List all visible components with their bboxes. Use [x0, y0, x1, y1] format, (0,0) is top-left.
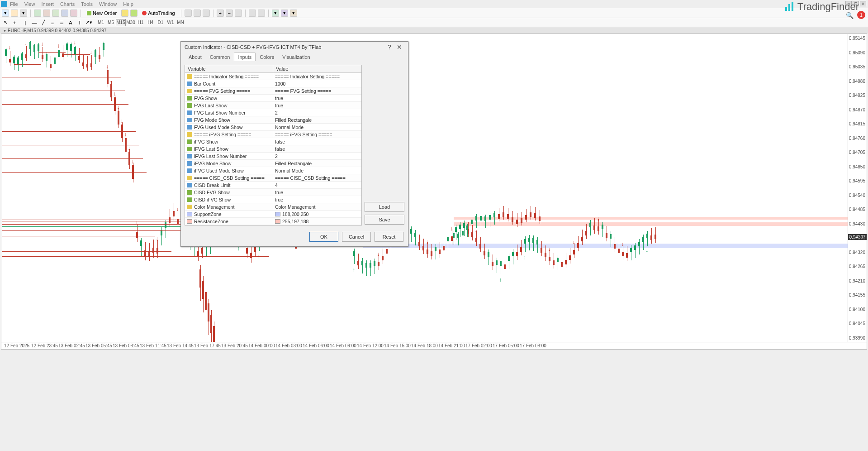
- tb-market-watch-icon[interactable]: [34, 10, 41, 17]
- tf-m5[interactable]: M5: [106, 19, 116, 26]
- chart-plot[interactable]: ↓↓↓↓↓↓↓↓↓↓↓↓↓↓↓↓↓↓↓↑↑↓↑↓↓↓↓↓↑↑↓↓↓↓↑: [1, 34, 848, 342]
- param-row[interactable]: ===== FVG Setting ========== FVG Setting…: [185, 87, 361, 95]
- y-tick: 0.94540: [849, 193, 865, 198]
- tb-data-window-icon[interactable]: [43, 10, 50, 17]
- dialog-title-text: Custom Indicator - CISD-CSD + FVG-iFVG I…: [185, 44, 321, 50]
- param-row[interactable]: ===== iFVG Setting ========== iFVG Setti…: [185, 131, 361, 138]
- save-button[interactable]: Save: [365, 215, 404, 225]
- param-row[interactable]: SupportZone188,200,250: [185, 211, 361, 218]
- fibo-icon[interactable]: ≣: [58, 19, 65, 26]
- autotrading-button[interactable]: AutoTrading: [139, 10, 178, 17]
- tf-m30[interactable]: M30: [126, 19, 136, 26]
- search-icon[interactable]: 🔍: [846, 12, 854, 19]
- menu-window[interactable]: Window: [99, 1, 117, 7]
- menu-charts[interactable]: Charts: [60, 1, 75, 7]
- x-axis: 12 Feb 202512 Feb 23:4513 Feb 02:4513 Fe…: [1, 342, 867, 350]
- param-type-icon: [187, 110, 192, 115]
- tab-common[interactable]: Common: [206, 53, 234, 61]
- param-row[interactable]: FVG Mode ShowFilled Rectangale: [185, 116, 361, 124]
- tf-d1[interactable]: D1: [156, 19, 166, 26]
- tf-mn[interactable]: MN: [175, 19, 185, 26]
- param-row[interactable]: CISD Break Limit4: [185, 182, 361, 189]
- menu-tools[interactable]: Tools: [81, 1, 93, 7]
- tab-visualization[interactable]: Visualization: [278, 53, 314, 61]
- tb-indicators-dd-icon[interactable]: ▾: [272, 10, 279, 17]
- tb-periods-dd-icon[interactable]: ▾: [281, 10, 288, 17]
- tf-h1[interactable]: H1: [136, 19, 146, 26]
- param-row[interactable]: Color ManagementColor Management: [185, 203, 361, 211]
- chart-area[interactable]: ↓↓↓↓↓↓↓↓↓↓↓↓↓↓↓↓↓↓↓↑↑↓↑↓↓↓↓↓↑↑↓↓↓↓↑ 0.94…: [1, 34, 867, 342]
- param-row[interactable]: Bar Count1000: [185, 80, 361, 87]
- tb-profiles-icon[interactable]: ▾: [20, 10, 27, 17]
- text-icon[interactable]: A: [67, 19, 74, 26]
- chart-dropdown-icon[interactable]: ▾: [4, 28, 6, 33]
- param-row[interactable]: CISD iFVG Showtrue: [185, 196, 361, 203]
- dialog-close-button[interactable]: ✕: [394, 43, 404, 52]
- param-row[interactable]: FVG Last Show Number2: [185, 109, 361, 116]
- hline-icon[interactable]: —: [31, 19, 38, 26]
- param-row[interactable]: iFVG Showfalse: [185, 138, 361, 145]
- tb-templates-dd-icon[interactable]: ▾: [290, 10, 297, 17]
- tf-w1[interactable]: W1: [166, 19, 175, 26]
- param-name: ===== FVG Setting =====: [194, 88, 250, 94]
- tb-terminal-icon[interactable]: [61, 10, 68, 17]
- tb-meta-icon[interactable]: [121, 10, 128, 17]
- tf-m15[interactable]: M15: [116, 19, 126, 26]
- param-value: Normal Mode: [275, 168, 304, 173]
- arrow-down-icon: ↓: [572, 239, 575, 245]
- crosshair-icon[interactable]: +: [11, 19, 18, 26]
- tf-m1[interactable]: M1: [96, 19, 106, 26]
- tb-autoscroll-icon[interactable]: [258, 10, 265, 17]
- param-row[interactable]: FVG Used Mode ShowNormal Mode: [185, 124, 361, 131]
- arrows-icon[interactable]: ↗▾: [85, 19, 92, 26]
- tb-signal-icon[interactable]: [130, 10, 138, 17]
- tb-bar-chart-icon[interactable]: [185, 10, 192, 17]
- arrow-down-icon: ↓: [8, 44, 11, 51]
- tab-inputs[interactable]: Inputs: [234, 53, 256, 61]
- param-row[interactable]: ===== Indicator Setting ========== Indic…: [185, 73, 361, 80]
- param-row[interactable]: iFVG Last Show Number2: [185, 153, 361, 160]
- tab-about[interactable]: About: [185, 53, 206, 61]
- cancel-button[interactable]: Cancel: [342, 232, 371, 242]
- dialog-title-bar[interactable]: Custom Indicator - CISD-CSD + FVG-iFVG I…: [181, 42, 408, 53]
- param-row[interactable]: ResistanceZone255,197,188: [185, 218, 361, 225]
- tb-save-icon[interactable]: [11, 10, 18, 17]
- load-button[interactable]: Load: [365, 202, 404, 212]
- channel-icon[interactable]: ≡: [49, 19, 56, 26]
- y-tick: 0.93990: [849, 336, 865, 341]
- tb-candle-chart-icon[interactable]: [194, 10, 201, 17]
- vline-icon[interactable]: |: [22, 19, 29, 26]
- dialog-help-button[interactable]: ?: [384, 43, 394, 52]
- menu-view[interactable]: View: [24, 1, 35, 7]
- reset-button[interactable]: Reset: [375, 232, 403, 242]
- ok-button[interactable]: OK: [309, 232, 338, 242]
- tb-zoom-out-icon[interactable]: −: [226, 10, 233, 17]
- menu-help[interactable]: Help: [123, 1, 133, 7]
- tb-navigator-icon[interactable]: [52, 10, 59, 17]
- param-row[interactable]: CISD FVG Showtrue: [185, 189, 361, 196]
- trendline-icon[interactable]: ╱: [40, 19, 47, 26]
- tb-strategy-tester-icon[interactable]: [70, 10, 77, 17]
- tb-new-chart-icon[interactable]: ▾: [2, 10, 9, 17]
- tb-tile-icon[interactable]: [235, 10, 242, 17]
- tb-zoom-in-icon[interactable]: +: [217, 10, 224, 17]
- tb-line-chart-icon[interactable]: [203, 10, 210, 17]
- param-row[interactable]: FVG Last Showtrue: [185, 102, 361, 109]
- arrow-down-icon: ↓: [128, 145, 130, 151]
- new-order-button[interactable]: New Order: [84, 10, 119, 17]
- param-row[interactable]: ===== CISD_CSD Setting ========== CISD_C…: [185, 174, 361, 182]
- param-row[interactable]: FVG Showtrue: [185, 95, 361, 102]
- tab-colors[interactable]: Colors: [256, 53, 278, 61]
- param-row[interactable]: iFVG Used Mode ShowNormal Mode: [185, 167, 361, 174]
- menu-insert[interactable]: Insert: [41, 1, 54, 7]
- param-type-icon: [187, 89, 192, 93]
- cursor-icon[interactable]: ↖: [2, 19, 9, 26]
- tf-h4[interactable]: H4: [146, 19, 156, 26]
- label-icon[interactable]: T: [76, 19, 83, 26]
- param-row[interactable]: iFVG Last Showfalse: [185, 145, 361, 153]
- param-row[interactable]: iFVG Mode ShowFilled Rectangale: [185, 160, 361, 167]
- tb-shift-icon[interactable]: [249, 10, 256, 17]
- close-button[interactable]: ×: [860, 1, 866, 6]
- menu-file[interactable]: File: [10, 1, 18, 7]
- parameters-table[interactable]: Variable Value ===== Indicator Setting =…: [185, 65, 362, 226]
